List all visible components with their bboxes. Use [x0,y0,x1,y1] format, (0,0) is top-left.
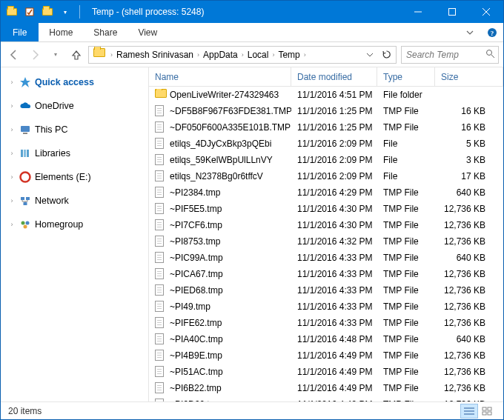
file-row[interactable]: ~PICA67.tmp11/1/2016 4:33 PMTMP File12,7… [149,266,503,282]
address-dropdown-icon[interactable] [362,47,378,63]
chevron-right-icon[interactable]: › [8,102,16,110]
chevron-right-icon[interactable]: › [8,126,16,133]
file-row[interactable]: ~PI49.tmp11/1/2016 4:33 PMTMP File12,736… [149,299,503,315]
navpane-homegroup[interactable]: ›Homegroup [1,216,148,233]
up-button[interactable] [67,46,85,64]
file-date: 11/1/2016 4:33 PM [291,318,377,328]
qat-separator [79,5,80,19]
svg-rect-29 [483,407,486,410]
tab-view[interactable]: View [127,23,168,41]
minimize-button[interactable] [401,1,435,23]
homegroup-icon [19,218,32,231]
file-name: ~DF5B8F967F63FDE381.TMP [170,106,291,116]
svg-rect-17 [26,197,30,200]
file-list-area: Name Date modified Type Size OpenLiveWri… [149,67,503,401]
file-date: 11/1/2016 1:25 PM [291,122,377,133]
file-type: TMP File [377,122,435,133]
help-button[interactable]: ? [481,23,503,41]
file-row[interactable]: etilqs_N2378Bg0r6tffcV11/1/2016 2:09 PMF… [149,168,503,184]
file-row[interactable]: ~PIFE62.tmp11/1/2016 4:33 PMTMP File12,7… [149,315,503,331]
file-type: TMP File [377,236,435,247]
file-row[interactable]: OpenLiveWriter-27432946311/1/2016 4:51 P… [149,87,503,103]
column-size[interactable]: Size [435,67,503,86]
file-date: 11/1/2016 4:49 PM [291,383,377,393]
breadcrumb-segment[interactable]: Local [245,50,272,60]
file-name: etilqs_4DJyCxBkp3pQEbi [170,139,271,149]
chevron-right-icon[interactable]: › [8,221,16,228]
breadcrumb-segment[interactable]: Temp [275,50,302,60]
column-date[interactable]: Date modified [291,67,377,86]
app-icon [5,5,19,19]
file-size: 12,736 KB [435,269,503,279]
qat-dropdown-icon[interactable]: ▾ [59,5,72,19]
file-row[interactable]: ~PIED68.tmp11/1/2016 4:33 PMTMP File12,7… [149,282,503,299]
file-rows[interactable]: OpenLiveWriter-27432946311/1/2016 4:51 P… [149,87,503,401]
close-button[interactable] [469,1,503,23]
ribbon-tabs: File Home Share View ? [1,23,503,42]
file-row[interactable]: ~PI51AC.tmp11/1/2016 4:49 PMTMP File12,7… [149,364,503,380]
file-icon [155,121,167,133]
qat-newfolder-icon[interactable] [41,5,54,19]
column-name[interactable]: Name [149,67,291,86]
column-type[interactable]: Type [377,67,435,86]
file-row[interactable]: ~PI7CF6.tmp11/1/2016 4:30 PMTMP File12,7… [149,217,503,233]
navpane-elements-e[interactable]: ›Elements (E:) [1,168,148,186]
file-row[interactable]: ~DF050F600A335E101B.TMP11/1/2016 1:25 PM… [149,119,503,136]
chevron-right-icon[interactable]: › [8,150,16,157]
navpane-onedrive[interactable]: ›OneDrive [1,97,148,115]
refresh-button[interactable] [378,47,394,63]
file-icon [155,317,167,329]
breadcrumb-segment[interactable]: Ramesh Srinivasan [113,50,196,60]
file-row[interactable]: etilqs_4DJyCxBkp3pQEbi11/1/2016 2:09 PMF… [149,136,503,152]
navpane-this-pc[interactable]: ›This PC [1,121,148,139]
qat-properties-icon[interactable] [23,5,36,19]
navpane-network[interactable]: ›Network [1,192,148,210]
chevron-right-icon[interactable]: › [303,51,307,59]
tab-home[interactable]: Home [39,23,83,41]
file-row[interactable]: ~DF5B8F967F63FDE381.TMP11/1/2016 1:25 PM… [149,103,503,119]
search-box[interactable] [401,46,499,64]
chevron-right-icon[interactable]: › [8,79,16,86]
column-headers: Name Date modified Type Size [149,67,503,87]
address-bar[interactable]: › Ramesh Srinivasan›AppData›Local›Temp› [88,46,397,64]
expand-ribbon-icon[interactable] [459,23,481,41]
tab-file[interactable]: File [1,23,39,41]
file-row[interactable]: ~PI2384.tmp11/1/2016 4:29 PMTMP File640 … [149,184,503,201]
svg-rect-11 [23,133,27,134]
file-row[interactable]: ~PI6D66.tmp11/1/2016 4:49 PMTMP File12,7… [149,396,503,401]
chevron-right-icon[interactable]: › [8,173,16,181]
thumbnails-view-button[interactable] [478,404,496,419]
status-bar: 20 items [1,401,503,419]
file-icon [155,366,167,378]
file-date: 11/1/2016 4:33 PM [291,253,377,263]
details-view-button[interactable] [460,404,478,419]
file-row[interactable]: ~PI4B9E.tmp11/1/2016 4:49 PMTMP File12,7… [149,347,503,364]
file-name: etilqs_59KelWBpUlLLnVY [170,155,273,165]
file-icon [155,236,167,247]
file-type: TMP File [377,367,435,377]
forward-button[interactable] [26,46,44,64]
file-date: 11/1/2016 1:25 PM [291,106,377,116]
recent-dropdown-icon[interactable]: ▾ [47,46,64,64]
file-name: etilqs_N2378Bg0r6tffcV [170,171,263,181]
search-icon[interactable] [485,49,495,61]
elements-e-icon [19,170,32,184]
maximize-button[interactable] [435,1,469,23]
file-icon [155,170,167,182]
svg-rect-16 [21,197,24,200]
file-row[interactable]: ~PIF5E5.tmp11/1/2016 4:30 PMTMP File12,7… [149,201,503,217]
back-button[interactable] [5,46,23,64]
search-input[interactable] [405,49,485,61]
file-row[interactable]: etilqs_59KelWBpUlLLnVY11/1/2016 2:09 PMF… [149,152,503,168]
navpane-quick-access[interactable]: ›Quick access [1,73,148,91]
file-row[interactable]: ~PIC99A.tmp11/1/2016 4:33 PMTMP File640 … [149,250,503,266]
breadcrumb-segment[interactable]: AppData [200,50,241,60]
file-row[interactable]: ~PI6B22.tmp11/1/2016 4:49 PMTMP File12,7… [149,380,503,396]
file-row[interactable]: ~PIA40C.tmp11/1/2016 4:48 PMTMP File640 … [149,331,503,347]
tab-share[interactable]: Share [83,23,127,41]
file-type: TMP File [377,269,435,279]
navpane-label: OneDrive [35,101,74,111]
chevron-right-icon[interactable]: › [8,197,16,204]
file-row[interactable]: ~PI8753.tmp11/1/2016 4:32 PMTMP File12,7… [149,233,503,250]
navpane-libraries[interactable]: ›Libraries [1,144,148,162]
